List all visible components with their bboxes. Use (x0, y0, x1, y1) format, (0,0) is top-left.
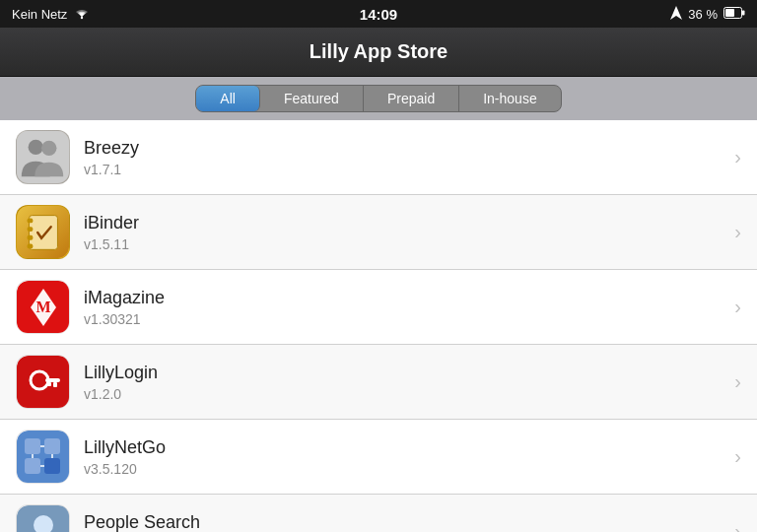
app-icon-breezy (16, 130, 70, 184)
app-name-ibinder: iBinder (84, 213, 734, 233)
svg-rect-23 (44, 438, 60, 454)
app-name-lillylogin: LillyLogin (84, 363, 734, 383)
chevron-peoplesearch: › (734, 520, 741, 532)
svg-rect-3 (742, 10, 745, 15)
svg-rect-18 (45, 378, 60, 382)
status-bar: Kein Netz 14:09 36 % (0, 0, 757, 28)
app-icon-ibinder (16, 205, 70, 259)
chevron-lillynetgo: › (734, 445, 741, 468)
svg-rect-10 (28, 227, 34, 232)
chevron-breezy: › (734, 146, 741, 168)
status-right: 36 % (670, 6, 745, 23)
svg-rect-21 (17, 431, 70, 484)
list-item[interactable]: Breezy v1.7.1 › (0, 120, 757, 195)
carrier-label: Kein Netz (12, 7, 67, 22)
app-info-imagazine: iMagazine v1.30321 (84, 288, 734, 327)
app-info-ibinder: iBinder v1.5.11 (84, 213, 734, 252)
segment-control: All Featured Prepaid In-house (195, 85, 561, 112)
app-info-peoplesearch: People Search v356 (84, 512, 734, 533)
svg-rect-12 (28, 244, 34, 249)
app-version-breezy: v1.7.1 (84, 162, 734, 177)
wifi-icon (73, 6, 91, 23)
app-name-imagazine: iMagazine (84, 288, 734, 308)
tab-prepaid[interactable]: Prepaid (364, 86, 459, 111)
app-version-lillylogin: v1.2.0 (84, 386, 734, 402)
app-icon-lillynetgo (16, 430, 70, 484)
nav-bar: Lilly App Store (0, 28, 757, 77)
svg-rect-24 (25, 458, 40, 474)
svg-rect-8 (30, 216, 58, 250)
app-version-ibinder: v1.5.11 (84, 236, 734, 252)
list-item[interactable]: People Search v356 › (0, 495, 757, 532)
app-info-breezy: Breezy v1.7.1 (84, 138, 734, 177)
segment-bar: All Featured Prepaid In-house (0, 77, 757, 120)
svg-rect-22 (25, 438, 40, 454)
list-item[interactable]: M iMagazine v1.30321 › (0, 270, 757, 345)
chevron-lillylogin: › (734, 370, 741, 393)
svg-rect-9 (28, 219, 34, 224)
time-display: 14:09 (360, 6, 397, 23)
app-info-lillylogin: LillyLogin v1.2.0 (84, 363, 734, 402)
svg-rect-11 (28, 235, 34, 240)
location-icon (670, 6, 682, 23)
tab-inhouse[interactable]: In-house (459, 86, 560, 111)
battery-label: 36 % (688, 7, 718, 22)
app-version-lillynetgo: v3.5.120 (84, 461, 734, 477)
list-item[interactable]: LillyNetGo v3.5.120 › (0, 420, 757, 495)
svg-point-0 (81, 16, 83, 18)
app-list: Breezy v1.7.1 › (0, 120, 757, 532)
battery-icon (723, 7, 745, 22)
svg-rect-2 (725, 9, 734, 17)
svg-rect-16 (17, 356, 70, 409)
svg-point-5 (29, 140, 43, 155)
svg-point-6 (41, 141, 56, 156)
app-info-lillynetgo: LillyNetGo v3.5.120 (84, 437, 734, 477)
svg-rect-19 (53, 382, 57, 387)
nav-title: Lilly App Store (310, 40, 447, 63)
app-icon-lillylogin (16, 355, 70, 409)
app-name-lillynetgo: LillyNetGo (84, 437, 734, 458)
tab-all[interactable]: All (196, 86, 260, 111)
svg-rect-20 (47, 382, 51, 386)
app-icon-imagazine: M (16, 280, 70, 334)
app-icon-peoplesearch (16, 504, 70, 532)
tab-featured[interactable]: Featured (260, 86, 364, 111)
app-name-peoplesearch: People Search (84, 512, 734, 533)
status-left: Kein Netz (12, 6, 91, 23)
svg-text:M: M (35, 299, 50, 315)
app-version-imagazine: v1.30321 (84, 311, 734, 327)
svg-rect-25 (44, 458, 60, 474)
list-item[interactable]: iBinder v1.5.11 › (0, 195, 757, 270)
list-item[interactable]: LillyLogin v1.2.0 › (0, 345, 757, 420)
chevron-imagazine: › (734, 296, 741, 318)
chevron-ibinder: › (734, 221, 741, 243)
app-name-breezy: Breezy (84, 138, 734, 159)
